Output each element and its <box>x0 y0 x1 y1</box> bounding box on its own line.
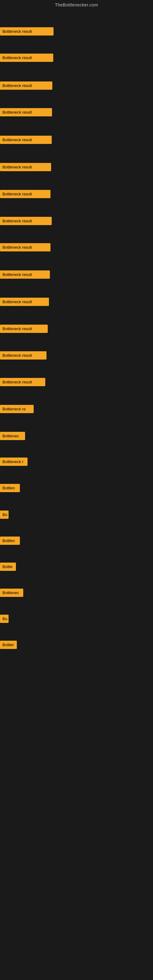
bottleneck-result-item[interactable]: Bottlenec <box>0 432 25 440</box>
bottleneck-result-item[interactable]: Bottleneck result <box>0 217 52 225</box>
bottleneck-result-item[interactable]: Bottleneck result <box>0 163 51 171</box>
bottleneck-result-item[interactable]: Bottleneck result <box>0 243 51 251</box>
bottleneck-result-item[interactable]: Bottlen <box>0 484 20 492</box>
bottleneck-result-item[interactable]: Bottler <box>0 641 17 649</box>
bottleneck-result-item[interactable]: Bottleneck result <box>0 298 49 306</box>
bottleneck-result-item[interactable]: Bottleneck result <box>0 27 54 35</box>
bottleneck-result-item[interactable]: Bottlen <box>0 536 20 545</box>
bottleneck-result-item[interactable]: Bottleneck r <box>0 458 27 466</box>
bottleneck-result-item[interactable]: Bottleneck result <box>0 190 51 198</box>
bottleneck-result-item[interactable]: Bottleneck result <box>0 108 52 116</box>
bottleneck-result-item[interactable]: Bottleneck result <box>0 351 46 360</box>
site-title: TheBottlenecker.com <box>0 0 153 10</box>
bottleneck-result-item[interactable]: Bottle <box>0 563 16 571</box>
bottleneck-result-item[interactable]: Bottleneck result <box>0 378 45 386</box>
bottleneck-result-item[interactable]: Bottleneck result <box>0 325 48 333</box>
bottleneck-result-item[interactable]: Bottleneck result <box>0 270 50 279</box>
bottleneck-result-item[interactable]: Bottlenec <box>0 589 23 597</box>
bottleneck-result-item[interactable]: Bottleneck result <box>0 54 53 62</box>
bottleneck-result-item[interactable]: Bottleneck result <box>0 81 52 90</box>
bottleneck-result-item[interactable]: Bottleneck result <box>0 136 52 144</box>
bottleneck-result-item[interactable]: Bo <box>0 615 9 623</box>
bottleneck-result-item[interactable]: Bo <box>0 511 9 519</box>
bottleneck-result-item[interactable]: Bottleneck re <box>0 405 33 413</box>
